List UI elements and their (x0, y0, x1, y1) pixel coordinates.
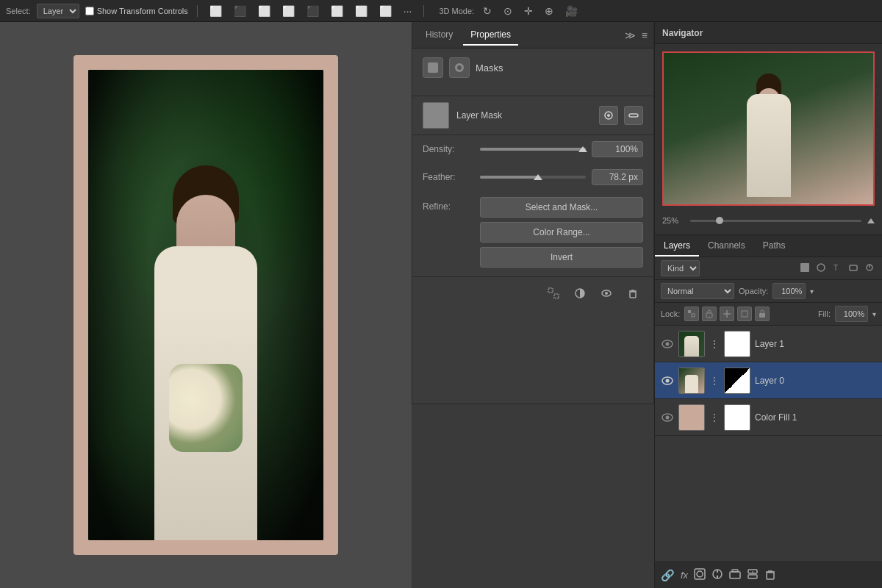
select-dropdown[interactable]: Layer (37, 4, 79, 18)
svg-point-10 (605, 292, 608, 295)
nav-preview-figure (747, 94, 791, 197)
masks-label: Masks (476, 62, 503, 74)
lock-transparent-btn[interactable] (684, 306, 699, 321)
layer-thumb-1 (678, 331, 705, 357)
invert-colors-icon[interactable] (570, 283, 590, 304)
feather-slider[interactable] (480, 176, 586, 179)
smart-filter-icon[interactable] (863, 261, 876, 276)
layer-name-0: Layer 0 (755, 376, 876, 386)
layer-item-0[interactable]: ⋮ Layer 0 (655, 362, 882, 399)
layer-item-colorfill[interactable]: ⋮ Color Fill 1 (655, 399, 882, 436)
lock-row: Lock: (655, 303, 882, 326)
density-value[interactable] (592, 141, 643, 157)
transform-controls-checkbox[interactable] (85, 7, 94, 15)
opacity-input[interactable] (772, 283, 806, 299)
svg-rect-54 (748, 575, 757, 578)
nav-zoom-row: 25% (655, 213, 882, 228)
3d-pan-icon[interactable]: ✛ (521, 4, 536, 18)
select-mask-button[interactable]: Select and Mask... (480, 197, 643, 218)
align-right-icon[interactable]: ⬜ (255, 4, 273, 18)
add-layer-icon[interactable] (747, 568, 759, 582)
add-mask-icon[interactable] (694, 568, 706, 582)
shape-filter-icon[interactable] (847, 261, 860, 276)
adjustment-icon[interactable] (711, 568, 723, 582)
svg-point-4 (607, 114, 610, 117)
feather-label: Feather: (423, 172, 474, 182)
pixel-mask-icon[interactable] (423, 57, 443, 78)
masks-section: Masks (412, 49, 653, 96)
visibility-icon[interactable] (596, 283, 617, 304)
opacity-chevron[interactable]: ▾ (810, 287, 814, 295)
tab-properties[interactable]: Properties (463, 25, 518, 46)
nav-zoom-up-icon[interactable] (867, 218, 875, 223)
3d-walk-icon[interactable]: ⊕ (542, 4, 556, 18)
group-layers-icon[interactable] (729, 568, 741, 582)
lock-image-btn[interactable] (702, 306, 717, 321)
delete-layer-icon[interactable] (764, 568, 776, 582)
fill-input[interactable] (835, 306, 868, 322)
distribute-h-icon[interactable]: ⬜ (352, 4, 370, 18)
align-center-h-icon[interactable]: ⬛ (231, 4, 249, 18)
mask-unlink-icon[interactable] (624, 106, 643, 125)
layer-item-1[interactable]: ⋮ Layer 1 (655, 326, 882, 362)
svg-rect-53 (732, 570, 738, 572)
vector-mask-icon[interactable] (449, 57, 470, 78)
layer-mask-row: Layer Mask (412, 96, 653, 135)
kind-select[interactable]: Kind (661, 260, 700, 276)
lock-artboard-btn[interactable] (737, 306, 752, 321)
layer-thumb-colorfill (678, 404, 705, 431)
align-left-icon[interactable]: ⬜ (207, 4, 225, 18)
density-slider[interactable] (480, 148, 586, 151)
layer-thumb-0 (678, 368, 705, 394)
delete-mask-icon[interactable] (623, 283, 643, 304)
photo-figure (140, 158, 272, 540)
type-filter-icon[interactable]: T (831, 261, 844, 276)
3d-camera-icon[interactable]: 🎥 (562, 4, 581, 18)
mask-apply-icon[interactable] (599, 106, 618, 125)
align-top-icon[interactable]: ⬜ (279, 4, 298, 18)
nav-zoom-slider[interactable] (690, 220, 861, 222)
layer-visibility-1[interactable] (661, 340, 674, 348)
more-options-icon[interactable]: ··· (401, 4, 415, 18)
svg-rect-36 (706, 313, 712, 318)
divider (197, 5, 198, 17)
selection-icon[interactable] (543, 283, 564, 304)
feather-value[interactable] (592, 169, 643, 185)
feather-thumb (534, 174, 542, 180)
layers-bottom: 🔗 fx (655, 562, 882, 588)
fill-chevron[interactable]: ▾ (872, 310, 876, 318)
align-center-v-icon[interactable]: ⬛ (304, 4, 322, 18)
lock-all-btn[interactable] (755, 306, 770, 321)
pixel-filter-icon[interactable] (798, 261, 811, 276)
3d-rotate-icon[interactable]: ↻ (480, 4, 495, 18)
tab-paths[interactable]: Paths (754, 235, 795, 257)
tab-history[interactable]: History (418, 25, 460, 46)
adjustment-filter-icon[interactable] (814, 261, 828, 276)
svg-rect-28 (800, 263, 809, 272)
svg-point-48 (697, 571, 703, 577)
photo-composite (74, 55, 338, 555)
link-layers-icon[interactable]: 🔗 (661, 569, 675, 582)
distribute-v-icon[interactable]: ⬜ (376, 4, 395, 18)
lock-position-btn[interactable] (720, 306, 734, 321)
tab-layers[interactable]: Layers (655, 235, 699, 257)
layers-toolbar: Kind T (655, 257, 882, 280)
canvas-area: History Properties ≫ ≡ Masks Layer Mask (0, 22, 882, 588)
align-bottom-icon[interactable]: ⬜ (328, 4, 346, 18)
transform-controls-label[interactable]: Show Transform Controls (85, 7, 188, 15)
3d-orbit-icon[interactable]: ⊙ (501, 4, 515, 18)
refine-row: Refine: Select and Mask... Color Range..… (412, 191, 653, 273)
color-range-button[interactable]: Color Range... (480, 222, 643, 243)
invert-button[interactable]: Invert (480, 247, 643, 268)
layer-visibility-0[interactable] (661, 376, 674, 385)
menu-icon[interactable]: ≡ (642, 29, 648, 41)
expand-icon[interactable]: ≫ (625, 29, 636, 41)
tab-channels[interactable]: Channels (699, 235, 754, 257)
blend-mode-select[interactable]: Normal (661, 283, 734, 299)
fx-icon[interactable]: fx (681, 570, 688, 581)
svg-point-2 (457, 65, 462, 70)
svg-rect-39 (742, 311, 747, 317)
blend-row: Normal Opacity: ▾ (655, 280, 882, 303)
layer-visibility-colorfill[interactable] (661, 413, 674, 422)
layers-tabs: Layers Channels Paths (655, 235, 882, 257)
